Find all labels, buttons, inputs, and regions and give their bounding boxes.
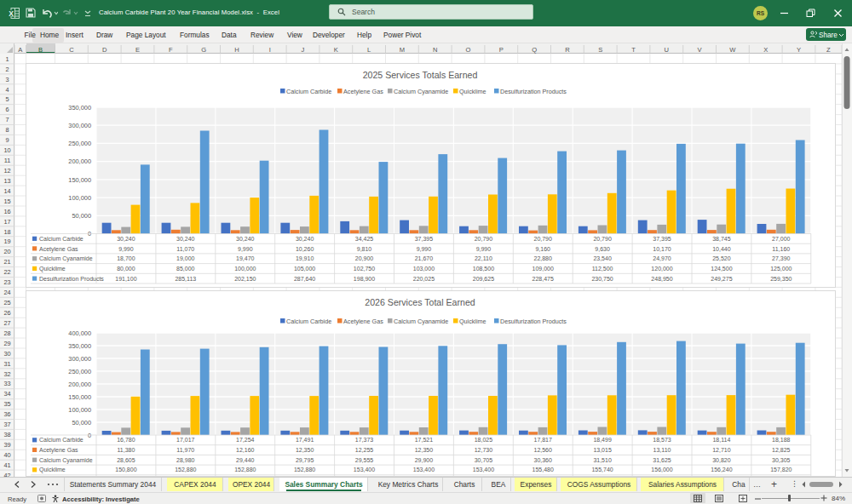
svg-text:34,425: 34,425 bbox=[355, 236, 374, 242]
svg-text:100,000: 100,000 bbox=[234, 266, 256, 272]
svg-text:157,820: 157,820 bbox=[770, 467, 792, 472]
svg-text:13: 13 bbox=[3, 177, 10, 185]
svg-text:30,305: 30,305 bbox=[772, 457, 791, 463]
svg-text:7: 7 bbox=[5, 116, 9, 123]
svg-text:20,790: 20,790 bbox=[475, 236, 493, 242]
svg-text:105,000: 105,000 bbox=[294, 266, 315, 272]
svg-text:9,160: 9,160 bbox=[535, 246, 550, 252]
svg-text:109,000: 109,000 bbox=[532, 266, 554, 272]
svg-text:19: 19 bbox=[3, 238, 10, 245]
svg-text:9,990: 9,990 bbox=[476, 246, 492, 252]
svg-text:33: 33 bbox=[3, 380, 10, 387]
svg-text:21,670: 21,670 bbox=[415, 255, 434, 261]
svg-text:17: 17 bbox=[3, 218, 10, 226]
svg-text:152,880: 152,880 bbox=[294, 467, 315, 472]
svg-text:21: 21 bbox=[3, 258, 10, 266]
svg-text:3: 3 bbox=[5, 76, 9, 83]
svg-text:12,730: 12,730 bbox=[475, 447, 493, 453]
svg-text:400,000: 400,000 bbox=[68, 329, 91, 337]
svg-text:Calcium Carbide: Calcium Carbide bbox=[39, 236, 83, 242]
svg-text:250,000: 250,000 bbox=[68, 368, 91, 375]
svg-text:30,705: 30,705 bbox=[475, 457, 493, 463]
svg-text:29,440: 29,440 bbox=[236, 457, 255, 463]
svg-text:18,114: 18,114 bbox=[712, 437, 730, 443]
svg-text:37,395: 37,395 bbox=[653, 236, 671, 242]
svg-text:20,790: 20,790 bbox=[593, 236, 612, 242]
svg-text:18: 18 bbox=[3, 228, 10, 236]
svg-text:40: 40 bbox=[3, 451, 10, 459]
svg-text:41: 41 bbox=[3, 461, 10, 469]
svg-text:25: 25 bbox=[3, 299, 10, 306]
svg-text:29,795: 29,795 bbox=[296, 457, 314, 463]
svg-text:9,990: 9,990 bbox=[118, 246, 134, 252]
svg-text:28,605: 28,605 bbox=[117, 457, 135, 463]
svg-text:39: 39 bbox=[3, 441, 10, 449]
svg-text:228,475: 228,475 bbox=[532, 276, 554, 282]
svg-text:150,800: 150,800 bbox=[115, 467, 136, 472]
svg-text:Quicklime: Quicklime bbox=[459, 318, 486, 325]
svg-text:155,480: 155,480 bbox=[532, 467, 554, 472]
svg-text:17,373: 17,373 bbox=[355, 437, 374, 443]
svg-text:Acetylene Gas: Acetylene Gas bbox=[343, 88, 383, 95]
svg-text:153,400: 153,400 bbox=[354, 467, 375, 472]
svg-text:16: 16 bbox=[3, 208, 10, 215]
svg-text:25,520: 25,520 bbox=[712, 255, 731, 261]
svg-text:153,400: 153,400 bbox=[473, 467, 494, 472]
svg-text:6: 6 bbox=[5, 106, 9, 113]
svg-text:248,950: 248,950 bbox=[651, 276, 672, 282]
svg-text:17,254: 17,254 bbox=[236, 437, 255, 443]
svg-text:100,000: 100,000 bbox=[68, 194, 91, 202]
svg-text:27: 27 bbox=[3, 319, 10, 327]
svg-text:30,240: 30,240 bbox=[236, 236, 255, 242]
svg-text:11,160: 11,160 bbox=[772, 246, 790, 252]
svg-text:150,000: 150,000 bbox=[68, 176, 91, 184]
svg-text:Calcium Carbide: Calcium Carbide bbox=[286, 318, 331, 325]
svg-text:27,390: 27,390 bbox=[772, 255, 791, 261]
svg-text:18,700: 18,700 bbox=[117, 255, 135, 261]
svg-text:20: 20 bbox=[3, 248, 10, 255]
svg-text:34: 34 bbox=[3, 390, 10, 398]
svg-text:30,240: 30,240 bbox=[296, 236, 314, 242]
svg-text:250,000: 250,000 bbox=[68, 140, 91, 147]
svg-text:202,150: 202,150 bbox=[234, 276, 256, 282]
svg-text:32: 32 bbox=[3, 370, 10, 378]
svg-text:50,000: 50,000 bbox=[72, 212, 91, 220]
svg-text:12,350: 12,350 bbox=[415, 447, 434, 453]
svg-text:38,745: 38,745 bbox=[712, 236, 731, 242]
svg-text:Desulfurization Products: Desulfurization Products bbox=[39, 276, 104, 282]
svg-text:10,260: 10,260 bbox=[296, 246, 314, 252]
svg-text:29: 29 bbox=[3, 340, 10, 347]
svg-text:124,500: 124,500 bbox=[711, 266, 732, 272]
svg-text:Acetylene Gas: Acetylene Gas bbox=[39, 447, 78, 454]
svg-text:Calcium Carbide: Calcium Carbide bbox=[286, 88, 331, 95]
svg-text:22: 22 bbox=[3, 268, 10, 276]
svg-text:20,900: 20,900 bbox=[355, 255, 374, 261]
svg-text:16,780: 16,780 bbox=[117, 437, 135, 443]
svg-text:22,110: 22,110 bbox=[475, 255, 492, 261]
svg-text:27,000: 27,000 bbox=[772, 236, 791, 242]
svg-text:5: 5 bbox=[5, 95, 9, 103]
svg-text:12: 12 bbox=[3, 167, 10, 175]
svg-text:2025 Services Totals Earned: 2025 Services Totals Earned bbox=[363, 70, 478, 80]
svg-text:20,790: 20,790 bbox=[533, 236, 552, 242]
svg-text:18,025: 18,025 bbox=[475, 437, 493, 443]
svg-text:350,000: 350,000 bbox=[68, 342, 91, 350]
svg-text:19,910: 19,910 bbox=[296, 255, 314, 261]
svg-text:9,990: 9,990 bbox=[238, 246, 253, 252]
svg-text:23,540: 23,540 bbox=[593, 255, 612, 261]
svg-text:102,750: 102,750 bbox=[354, 266, 375, 272]
svg-text:13,110: 13,110 bbox=[653, 447, 671, 453]
svg-text:259,350: 259,350 bbox=[770, 276, 792, 282]
svg-text:37,395: 37,395 bbox=[415, 236, 434, 242]
svg-text:350,000: 350,000 bbox=[68, 104, 91, 112]
svg-text:300,000: 300,000 bbox=[68, 355, 91, 363]
svg-text:150,000: 150,000 bbox=[68, 393, 91, 401]
svg-text:15: 15 bbox=[3, 198, 10, 205]
svg-text:18,499: 18,499 bbox=[593, 437, 612, 443]
svg-text:18,188: 18,188 bbox=[772, 437, 791, 443]
svg-text:31,510: 31,510 bbox=[593, 457, 612, 463]
svg-text:19,000: 19,000 bbox=[176, 255, 195, 261]
svg-text:28: 28 bbox=[3, 329, 10, 337]
svg-text:12,255: 12,255 bbox=[355, 447, 374, 453]
svg-text:17,491: 17,491 bbox=[296, 437, 314, 443]
